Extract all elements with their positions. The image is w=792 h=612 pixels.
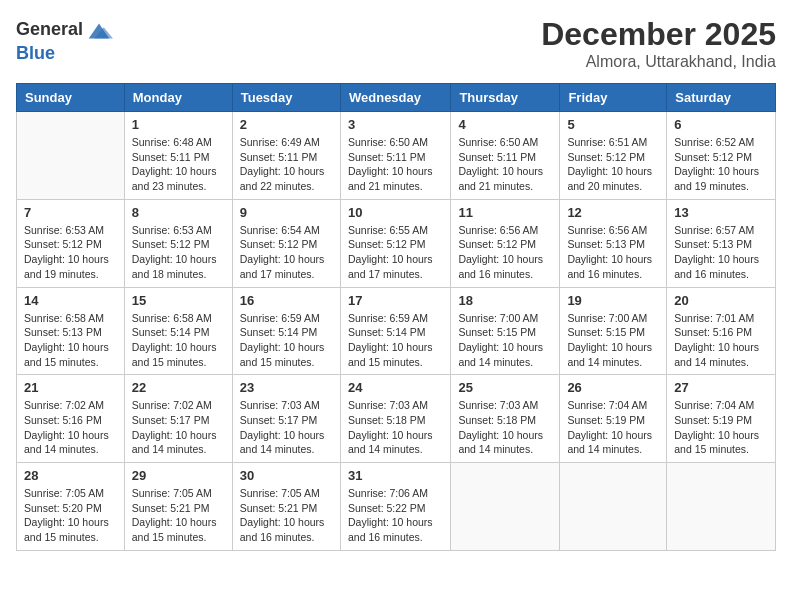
cell-info: Sunrise: 7:04 AMSunset: 5:19 PMDaylight:… <box>674 398 768 457</box>
day-number: 2 <box>240 117 333 132</box>
day-number: 29 <box>132 468 225 483</box>
day-number: 27 <box>674 380 768 395</box>
day-number: 9 <box>240 205 333 220</box>
day-number: 12 <box>567 205 659 220</box>
cell-info: Sunrise: 6:56 AMSunset: 5:13 PMDaylight:… <box>567 223 659 282</box>
calendar-cell: 27Sunrise: 7:04 AMSunset: 5:19 PMDayligh… <box>667 375 776 463</box>
calendar-cell: 12Sunrise: 6:56 AMSunset: 5:13 PMDayligh… <box>560 199 667 287</box>
day-number: 28 <box>24 468 117 483</box>
header-saturday: Saturday <box>667 84 776 112</box>
calendar-cell: 8Sunrise: 6:53 AMSunset: 5:12 PMDaylight… <box>124 199 232 287</box>
calendar-cell: 6Sunrise: 6:52 AMSunset: 5:12 PMDaylight… <box>667 112 776 200</box>
cell-info: Sunrise: 7:00 AMSunset: 5:15 PMDaylight:… <box>458 311 552 370</box>
cell-info: Sunrise: 6:52 AMSunset: 5:12 PMDaylight:… <box>674 135 768 194</box>
cell-info: Sunrise: 6:50 AMSunset: 5:11 PMDaylight:… <box>348 135 443 194</box>
header-wednesday: Wednesday <box>340 84 450 112</box>
day-number: 16 <box>240 293 333 308</box>
day-number: 19 <box>567 293 659 308</box>
calendar-cell <box>17 112 125 200</box>
calendar-cell <box>667 463 776 551</box>
day-number: 4 <box>458 117 552 132</box>
calendar-cell: 9Sunrise: 6:54 AMSunset: 5:12 PMDaylight… <box>232 199 340 287</box>
day-number: 3 <box>348 117 443 132</box>
cell-info: Sunrise: 6:53 AMSunset: 5:12 PMDaylight:… <box>24 223 117 282</box>
cell-info: Sunrise: 7:05 AMSunset: 5:21 PMDaylight:… <box>240 486 333 545</box>
cell-info: Sunrise: 6:57 AMSunset: 5:13 PMDaylight:… <box>674 223 768 282</box>
header-friday: Friday <box>560 84 667 112</box>
cell-info: Sunrise: 6:55 AMSunset: 5:12 PMDaylight:… <box>348 223 443 282</box>
day-number: 18 <box>458 293 552 308</box>
day-number: 26 <box>567 380 659 395</box>
calendar-cell: 28Sunrise: 7:05 AMSunset: 5:20 PMDayligh… <box>17 463 125 551</box>
month-title: December 2025 <box>541 16 776 53</box>
day-number: 25 <box>458 380 552 395</box>
calendar-cell: 11Sunrise: 6:56 AMSunset: 5:12 PMDayligh… <box>451 199 560 287</box>
header-tuesday: Tuesday <box>232 84 340 112</box>
cell-info: Sunrise: 7:03 AMSunset: 5:18 PMDaylight:… <box>348 398 443 457</box>
cell-info: Sunrise: 7:03 AMSunset: 5:17 PMDaylight:… <box>240 398 333 457</box>
week-row-4: 21Sunrise: 7:02 AMSunset: 5:16 PMDayligh… <box>17 375 776 463</box>
cell-info: Sunrise: 7:00 AMSunset: 5:15 PMDaylight:… <box>567 311 659 370</box>
calendar-cell: 31Sunrise: 7:06 AMSunset: 5:22 PMDayligh… <box>340 463 450 551</box>
logo: General Blue <box>16 16 113 64</box>
page-header: General Blue December 2025 Almora, Uttar… <box>16 16 776 71</box>
day-number: 1 <box>132 117 225 132</box>
logo-blue-text: Blue <box>16 44 113 64</box>
calendar-cell: 18Sunrise: 7:00 AMSunset: 5:15 PMDayligh… <box>451 287 560 375</box>
calendar-cell: 23Sunrise: 7:03 AMSunset: 5:17 PMDayligh… <box>232 375 340 463</box>
day-number: 13 <box>674 205 768 220</box>
cell-info: Sunrise: 7:06 AMSunset: 5:22 PMDaylight:… <box>348 486 443 545</box>
calendar-cell: 24Sunrise: 7:03 AMSunset: 5:18 PMDayligh… <box>340 375 450 463</box>
cell-info: Sunrise: 6:59 AMSunset: 5:14 PMDaylight:… <box>240 311 333 370</box>
cell-info: Sunrise: 6:48 AMSunset: 5:11 PMDaylight:… <box>132 135 225 194</box>
calendar-table: SundayMondayTuesdayWednesdayThursdayFrid… <box>16 83 776 551</box>
cell-info: Sunrise: 7:03 AMSunset: 5:18 PMDaylight:… <box>458 398 552 457</box>
day-number: 11 <box>458 205 552 220</box>
cell-info: Sunrise: 7:05 AMSunset: 5:21 PMDaylight:… <box>132 486 225 545</box>
cell-info: Sunrise: 7:04 AMSunset: 5:19 PMDaylight:… <box>567 398 659 457</box>
calendar-cell: 21Sunrise: 7:02 AMSunset: 5:16 PMDayligh… <box>17 375 125 463</box>
header-thursday: Thursday <box>451 84 560 112</box>
cell-info: Sunrise: 6:58 AMSunset: 5:13 PMDaylight:… <box>24 311 117 370</box>
calendar-cell: 2Sunrise: 6:49 AMSunset: 5:11 PMDaylight… <box>232 112 340 200</box>
calendar-cell: 16Sunrise: 6:59 AMSunset: 5:14 PMDayligh… <box>232 287 340 375</box>
cell-info: Sunrise: 7:02 AMSunset: 5:17 PMDaylight:… <box>132 398 225 457</box>
day-number: 31 <box>348 468 443 483</box>
header-sunday: Sunday <box>17 84 125 112</box>
day-number: 20 <box>674 293 768 308</box>
calendar-cell: 22Sunrise: 7:02 AMSunset: 5:17 PMDayligh… <box>124 375 232 463</box>
calendar-cell: 15Sunrise: 6:58 AMSunset: 5:14 PMDayligh… <box>124 287 232 375</box>
calendar-cell: 14Sunrise: 6:58 AMSunset: 5:13 PMDayligh… <box>17 287 125 375</box>
day-number: 5 <box>567 117 659 132</box>
calendar-cell: 26Sunrise: 7:04 AMSunset: 5:19 PMDayligh… <box>560 375 667 463</box>
calendar-cell: 7Sunrise: 6:53 AMSunset: 5:12 PMDaylight… <box>17 199 125 287</box>
cell-info: Sunrise: 6:59 AMSunset: 5:14 PMDaylight:… <box>348 311 443 370</box>
header-monday: Monday <box>124 84 232 112</box>
day-number: 17 <box>348 293 443 308</box>
day-number: 10 <box>348 205 443 220</box>
logo-icon <box>85 16 113 44</box>
week-row-1: 1Sunrise: 6:48 AMSunset: 5:11 PMDaylight… <box>17 112 776 200</box>
calendar-cell: 20Sunrise: 7:01 AMSunset: 5:16 PMDayligh… <box>667 287 776 375</box>
logo-general-text: General <box>16 20 83 40</box>
calendar-cell <box>560 463 667 551</box>
cell-info: Sunrise: 6:50 AMSunset: 5:11 PMDaylight:… <box>458 135 552 194</box>
day-number: 14 <box>24 293 117 308</box>
calendar-cell <box>451 463 560 551</box>
calendar-cell: 19Sunrise: 7:00 AMSunset: 5:15 PMDayligh… <box>560 287 667 375</box>
cell-info: Sunrise: 7:01 AMSunset: 5:16 PMDaylight:… <box>674 311 768 370</box>
week-row-2: 7Sunrise: 6:53 AMSunset: 5:12 PMDaylight… <box>17 199 776 287</box>
week-row-5: 28Sunrise: 7:05 AMSunset: 5:20 PMDayligh… <box>17 463 776 551</box>
calendar-header-row: SundayMondayTuesdayWednesdayThursdayFrid… <box>17 84 776 112</box>
cell-info: Sunrise: 6:49 AMSunset: 5:11 PMDaylight:… <box>240 135 333 194</box>
day-number: 23 <box>240 380 333 395</box>
day-number: 8 <box>132 205 225 220</box>
day-number: 24 <box>348 380 443 395</box>
calendar-cell: 3Sunrise: 6:50 AMSunset: 5:11 PMDaylight… <box>340 112 450 200</box>
day-number: 15 <box>132 293 225 308</box>
day-number: 7 <box>24 205 117 220</box>
cell-info: Sunrise: 6:54 AMSunset: 5:12 PMDaylight:… <box>240 223 333 282</box>
calendar-cell: 13Sunrise: 6:57 AMSunset: 5:13 PMDayligh… <box>667 199 776 287</box>
calendar-cell: 4Sunrise: 6:50 AMSunset: 5:11 PMDaylight… <box>451 112 560 200</box>
cell-info: Sunrise: 6:56 AMSunset: 5:12 PMDaylight:… <box>458 223 552 282</box>
